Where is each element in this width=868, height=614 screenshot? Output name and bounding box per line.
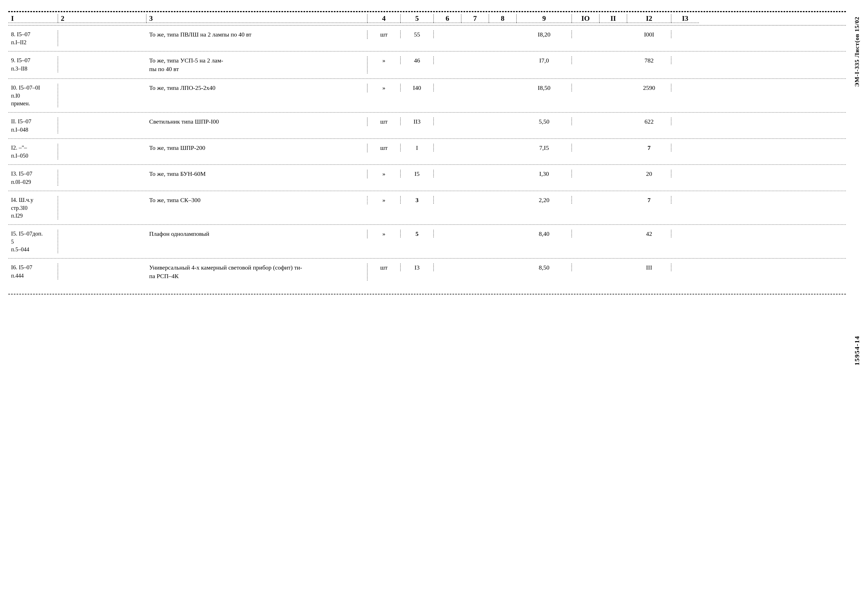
table-row: I2. –"– п.I–050 То же, типа ШПР-200 шт I…: [8, 139, 846, 165]
col-header-12: I2: [627, 14, 671, 23]
table-row: 9. I5–07 п.3–II8 То же, типа УСП-5 на 2 …: [8, 51, 846, 79]
col-header-9: 9: [516, 14, 572, 23]
row-qty: I: [401, 144, 434, 151]
row-ref1: I5–07–0I: [19, 84, 40, 91]
row-unit: »: [367, 230, 401, 238]
row-ref2: стр.3I0: [11, 204, 58, 212]
row-number: I2.: [11, 144, 17, 151]
row-description: То же, типа БУН-60М: [146, 170, 367, 178]
row-unit: шт: [367, 118, 401, 125]
row-ref1: I5–07доп.: [19, 230, 43, 237]
row-ref1: I5–07: [19, 170, 32, 177]
table-row: I3. I5–07 п.0I–029 То же, типа БУН-60М »…: [8, 165, 846, 191]
row-price: 5,50: [516, 118, 572, 125]
row-price: I8,20: [516, 30, 572, 38]
row-total: 42: [627, 230, 671, 238]
row-number: I5.: [11, 230, 17, 237]
row-price: I,30: [516, 170, 572, 177]
row-ref1: I5–07: [17, 57, 30, 64]
row-total: 20: [627, 170, 671, 177]
table-row: I4. Ш.ч.у стр.3I0 п.I29 То же, типа СК–3…: [8, 191, 846, 225]
row-number: I3.: [11, 170, 17, 177]
row-unit: шт: [367, 144, 401, 151]
row-qty: 5: [401, 230, 434, 238]
col-header-2: 2: [58, 14, 146, 23]
row-num-col: I6. I5–07 п.444: [8, 263, 58, 279]
row-ref1: I5–07: [18, 118, 31, 125]
row-num-col: 9. I5–07 п.3–II8: [8, 56, 58, 72]
row-num-col: I3. I5–07 п.0I–029: [8, 170, 58, 185]
header-row: I 2 3 4 5 6 7 8 9 IO II I2 I3: [8, 12, 846, 25]
row-number: I0.: [11, 84, 17, 91]
row-description: Светильник типа ШПР-I00: [146, 118, 367, 126]
col-header-10: IO: [572, 14, 600, 23]
row-num-col: I0. I5–07–0I п.I0 примен.: [8, 84, 58, 107]
side-label-top: ЭМ-I-335 Лист(ов 15/02: [853, 17, 860, 87]
row-ref2: п.I–II2: [11, 39, 58, 46]
row-ref2: п.444: [11, 272, 58, 280]
row-qty: I40: [401, 84, 434, 92]
row-description: Универсальный 4-х камерный световой приб…: [146, 263, 367, 281]
row-number: 8.: [11, 31, 16, 37]
row-number: II.: [11, 118, 16, 125]
row-qty: 55: [401, 30, 434, 38]
page-container: ЭМ-I-335 Лист(ов 15/02 15954-14 I 2 3 4 …: [0, 0, 868, 614]
row-unit: шт: [367, 263, 401, 271]
table-row: 8. I5–07 п.I–II2 То же, типа ПВЛШ на 2 л…: [8, 25, 846, 51]
side-label-right: ЭМ-I-335 Лист(ов 15/02 15954-14: [846, 0, 868, 614]
row-ref3: п.5–044: [11, 246, 58, 253]
row-total: 7: [627, 196, 671, 204]
row-total: 2590: [627, 84, 671, 92]
col-header-7: 7: [461, 14, 489, 23]
row-price: I7,0: [516, 56, 572, 64]
row-num-col: II. I5–07 п.I–048: [8, 118, 58, 133]
row-price: I8,50: [516, 84, 572, 92]
row-total: 782: [627, 56, 671, 64]
row-number: 9.: [11, 57, 16, 64]
row-description: То же, типа ПВЛШ на 2 лампы по 40 вт: [146, 30, 367, 39]
row-ref2: п.3–II8: [11, 65, 58, 72]
table-row: I0. I5–07–0I п.I0 примен. То же, типа ЛП…: [8, 79, 846, 112]
row-num-col: I5. I5–07доп. 5 п.5–044: [8, 230, 58, 253]
row-price: 7,I5: [516, 144, 572, 151]
row-ref1: –"–: [19, 144, 27, 151]
row-unit: »: [367, 196, 401, 204]
col-header-3: 3: [146, 14, 367, 23]
row-number: I4.: [11, 197, 17, 203]
row-total: 622: [627, 118, 671, 125]
row-description: То же, типа СК–300: [146, 196, 367, 205]
col-header-13: I3: [671, 14, 699, 23]
row-ref2: 5: [11, 238, 58, 246]
row-unit: »: [367, 84, 401, 92]
row-total: 7: [627, 144, 671, 151]
row-qty: 3: [401, 196, 434, 204]
row-price: 8,40: [516, 230, 572, 238]
col-header-11: II: [600, 14, 627, 23]
row-num-col: 8. I5–07 п.I–II2: [8, 30, 58, 46]
row-ref3: примен.: [11, 99, 58, 107]
main-table: I 2 3 4 5 6 7 8 9 IO II I2 I3 8. I5–07 п…: [8, 11, 846, 294]
table-row: I5. I5–07доп. 5 п.5–044 Плафон однолампо…: [8, 225, 846, 258]
row-ref1: Ш.ч.у: [19, 197, 33, 203]
row-ref2: п.I–048: [11, 126, 58, 134]
row-total: III: [627, 263, 671, 271]
row-num-col: I4. Ш.ч.у стр.3I0 п.I29: [8, 196, 58, 219]
row-ref2: п.I0: [11, 92, 58, 99]
row-ref2: п.I–050: [11, 152, 58, 160]
row-qty: 46: [401, 56, 434, 64]
col-header-5: 5: [401, 14, 434, 23]
row-qty: II3: [401, 118, 434, 125]
col-header-6: 6: [434, 14, 461, 23]
side-label-bottom: 15954-14: [853, 336, 861, 365]
table-row: II. I5–07 п.I–048 Светильник типа ШПР-I0…: [8, 112, 846, 138]
row-qty: I5: [401, 170, 434, 177]
row-total: I00I: [627, 30, 671, 38]
col-header-4: 4: [367, 14, 401, 23]
row-unit: »: [367, 56, 401, 64]
row-price: 8,50: [516, 263, 572, 271]
col-header-8: 8: [489, 14, 516, 23]
row-description: Плафон одноламповый: [146, 230, 367, 238]
row-num-col: I2. –"– п.I–050: [8, 144, 58, 160]
row-unit: шт: [367, 30, 401, 38]
col-header-1: I: [8, 14, 58, 23]
